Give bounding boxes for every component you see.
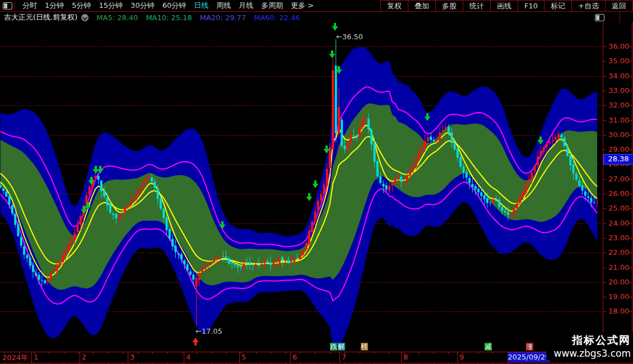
price-axis-tick: [603, 135, 606, 136]
week-tick: [463, 352, 463, 354]
event-badge[interactable]: 减: [485, 343, 492, 351]
week-tick: [4, 352, 5, 354]
price-axis-tick: [603, 208, 606, 209]
event-badge[interactable]: 涨: [526, 343, 533, 351]
multi-stock-button[interactable]: 多股: [435, 1, 463, 11]
week-tick: [226, 352, 227, 354]
collapse-chevron-icon[interactable]: [81, 14, 89, 21]
period-tab-1min[interactable]: 1分钟: [41, 1, 68, 11]
price-axis-label: 27.00: [608, 175, 629, 183]
month-separator: [290, 352, 291, 363]
period-tab-weekly[interactable]: 周线: [212, 1, 235, 11]
week-tick: [152, 352, 153, 354]
price-axis-tick: [629, 282, 632, 283]
f10-button[interactable]: F10: [518, 1, 544, 11]
month-separator: [457, 352, 458, 363]
time-axis-bottom-line: [0, 363, 633, 363]
statistics-button[interactable]: 统计: [463, 1, 490, 11]
week-tick: [19, 352, 20, 354]
price-axis-tick: [629, 150, 632, 150]
price-axis-tick: [629, 268, 632, 268]
ma60-readout: MA60: 22.46: [254, 13, 300, 22]
draw-line-button[interactable]: 画线: [490, 1, 518, 11]
period-tab-daily[interactable]: 日线: [190, 1, 212, 11]
price-axis-tick: [603, 282, 606, 283]
window-layout-icon[interactable]: [3, 2, 12, 10]
split-view-icon[interactable]: [595, 14, 604, 21]
stock-title: 吉大正元(日线.前复权): [4, 12, 77, 22]
back-button[interactable]: 返回: [605, 1, 633, 11]
week-tick: [300, 352, 301, 354]
price-axis-tick: [629, 238, 632, 239]
period-tab-multi[interactable]: 多周期: [257, 1, 287, 11]
app-window: 分时 1分钟 5分钟 15分钟 30分钟 60分钟 日线 周线 月线 多周期 更…: [0, 0, 633, 364]
week-tick: [34, 352, 35, 354]
mark-button[interactable]: 标记: [544, 1, 571, 11]
event-badge[interactable]: 解: [338, 343, 345, 351]
month-label: 2: [82, 353, 86, 361]
period-tab-5min[interactable]: 5分钟: [68, 1, 95, 11]
watermark-url: www.zbgs3.com: [554, 348, 631, 359]
adjust-price-button[interactable]: 复权: [380, 1, 408, 11]
add-watchlist-button[interactable]: +自选: [571, 1, 605, 11]
price-axis-tick: [603, 179, 606, 180]
price-axis-tick: [629, 297, 632, 297]
more-menu-button[interactable]: 更多 >: [287, 1, 318, 11]
week-tick: [478, 352, 478, 354]
week-tick: [108, 352, 109, 354]
price-axis-tick: [629, 253, 632, 253]
event-badge[interactable]: 跌: [330, 343, 337, 351]
high-price-annotation: ←36.50: [336, 32, 363, 41]
year-label: 2024年: [2, 353, 28, 363]
month-label: 3: [130, 353, 134, 361]
week-tick: [197, 352, 197, 354]
event-badge[interactable]: 榜: [361, 343, 368, 351]
price-axis-tick: [629, 46, 632, 47]
overlay-button[interactable]: 叠加: [408, 1, 435, 11]
week-tick: [241, 352, 241, 354]
ma10-readout: MA10: 25.18: [146, 13, 192, 22]
price-axis-label: 26.00: [608, 189, 629, 198]
price-axis-tick: [629, 208, 632, 209]
price-axis-tick: [603, 46, 606, 47]
price-axis-label: 24.00: [608, 219, 629, 227]
price-axis-tick: [629, 76, 632, 77]
price-axis-tick: [629, 105, 632, 106]
week-tick: [434, 352, 434, 354]
month-label: 7: [342, 353, 346, 361]
price-axis-border: [603, 22, 603, 352]
separator: [620, 12, 620, 23]
period-tab-monthly[interactable]: 月线: [235, 1, 257, 11]
price-axis-tick: [603, 268, 606, 268]
low-price-annotation: ←17.05: [196, 327, 222, 335]
week-tick: [315, 352, 315, 354]
price-axis-tick: [603, 91, 606, 91]
price-axis-tick: [629, 223, 632, 224]
last-price-badge: 28.38: [603, 154, 633, 165]
price-axis-tick: [603, 61, 606, 62]
month-separator: [401, 352, 402, 363]
price-axis-label: 33.00: [608, 86, 629, 95]
period-tab-30min[interactable]: 30分钟: [127, 1, 159, 11]
price-axis-tick: [629, 61, 632, 62]
month-separator: [184, 352, 184, 363]
current-date-badge: 2025/09/29: [508, 352, 550, 362]
price-axis-label: 19.00: [608, 292, 629, 301]
week-tick: [182, 352, 183, 354]
ma20-readout: MA20: 29.77: [200, 13, 246, 22]
period-tab-15min[interactable]: 15分钟: [95, 1, 127, 11]
week-tick: [271, 352, 271, 354]
month-label: 9: [459, 353, 464, 361]
candlestick-chart[interactable]: [0, 22, 603, 352]
price-axis-label: 31.00: [608, 116, 629, 124]
price-axis-label: 30.00: [608, 130, 629, 139]
period-tab-intraday[interactable]: 分时: [18, 1, 41, 11]
month-separator: [128, 352, 128, 363]
month-separator: [239, 352, 240, 363]
month-separator: [80, 352, 80, 363]
week-tick: [330, 352, 331, 354]
price-axis-tick: [603, 253, 606, 253]
week-tick: [404, 352, 404, 354]
price-axis-label: 25.00: [608, 204, 629, 212]
period-tab-60min[interactable]: 60分钟: [159, 1, 190, 11]
